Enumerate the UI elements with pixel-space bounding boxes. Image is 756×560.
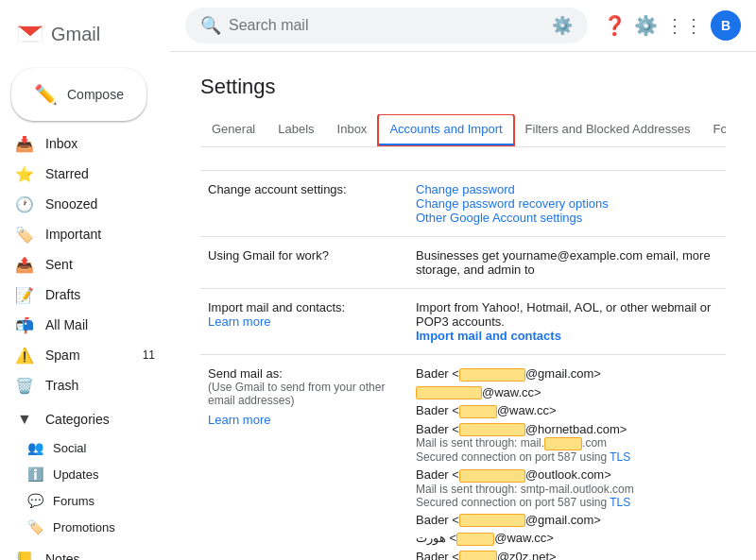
compose-button[interactable]: ✏️ Compose	[11, 68, 146, 121]
tab-accounts[interactable]: Accounts and Import	[378, 114, 513, 146]
row-gmail-work: Using Gmail for work? Businesses get you…	[200, 237, 726, 289]
snoozed-icon: 🕐	[15, 195, 34, 213]
email-row-2: Bader <@waw.cc>	[416, 403, 718, 418]
sidebar-item-important[interactable]: 🏷️ Important	[0, 219, 170, 249]
row-send-mail-as: Send mail as: (Use Gmail to send from yo…	[200, 355, 726, 561]
settings-icon[interactable]: ⚙️	[634, 14, 658, 37]
row-import-mail: Import mail and contacts: Learn more Imp…	[200, 289, 726, 355]
help-icon[interactable]: ❓	[603, 14, 627, 37]
send-mail-as-label: Send mail as: (Use Gmail to send from yo…	[200, 355, 408, 561]
forums-icon: 💬	[26, 493, 43, 508]
sidebar-item-notes[interactable]: 📒 Notes	[0, 544, 170, 560]
gmail-work-label: Using Gmail for work?	[200, 237, 408, 289]
tab-forwarding[interactable]: Forwarding and POP/IMAP	[701, 114, 726, 146]
avatar[interactable]: B	[711, 10, 741, 41]
search-tune-icon[interactable]: ⚙️	[552, 15, 573, 36]
redacted-email-4	[459, 469, 525, 483]
updates-icon: ℹ️	[26, 467, 43, 482]
starred-icon: ⭐	[15, 165, 34, 183]
tab-inbox[interactable]: Inbox	[326, 114, 379, 146]
sidebar-item-sent[interactable]: 📤 Sent	[0, 249, 170, 280]
inbox-icon: 📥	[15, 135, 34, 153]
gmail-logo-icon	[15, 19, 45, 49]
change-password-recovery-link[interactable]: Change password recovery options	[416, 196, 609, 211]
email-row-5: Bader <@gmail.com>	[416, 513, 718, 528]
important-icon: 🏷️	[15, 226, 34, 244]
tab-labels[interactable]: Labels	[266, 114, 325, 146]
search-icon: 🔍	[200, 15, 221, 36]
email-row-4: Bader <@outlook.com> Mail is sent throug…	[416, 467, 718, 509]
redacted-email-5	[459, 514, 525, 527]
sidebar-item-snoozed[interactable]: 🕐 Snoozed	[0, 189, 170, 219]
redacted-email-7	[459, 551, 497, 560]
email-row-1: @waw.cc>	[416, 385, 718, 400]
search-bar: 🔍 ⚙️	[185, 8, 588, 43]
sidebar-item-starred[interactable]: ⭐ Starred	[0, 159, 170, 189]
sidebar-categories-header[interactable]: ▼ Categories	[0, 404, 170, 434]
sidebar-item-forums[interactable]: 💬 Forums	[0, 487, 170, 514]
spam-icon: ⚠️	[15, 347, 34, 365]
send-mail-as-content: Bader <@gmail.com> @waw.cc> Bader <@waw.…	[408, 355, 726, 561]
sent-icon: 📤	[15, 256, 34, 274]
send-mail-learn-more-link[interactable]: Learn more	[208, 413, 270, 427]
settings-tabs: General Labels Inbox Accounts and Import…	[200, 114, 726, 147]
trash-icon: 🗑️	[15, 377, 34, 395]
sidebar-item-inbox[interactable]: 📥 Inbox	[0, 128, 170, 159]
redacted-email-2	[459, 405, 497, 418]
search-input[interactable]	[229, 17, 544, 34]
notes-icon: 📒	[15, 551, 34, 561]
email-row-0: Bader <@gmail.com>	[416, 366, 718, 382]
sidebar-item-drafts[interactable]: 📝 Drafts	[0, 280, 170, 310]
email-row-7: Bader <@z0z.net>	[416, 550, 718, 560]
spam-badge: 11	[143, 348, 155, 362]
import-mail-content: Import from Yahoo!, Hotmail, AOL, or oth…	[408, 289, 726, 355]
redacted-email-0	[459, 368, 525, 382]
redacted-email-3	[459, 423, 525, 436]
tab-general[interactable]: General	[200, 114, 266, 146]
sidebar-item-promotions[interactable]: 🏷️ Promotions	[0, 514, 170, 540]
change-account-content: Change password Change password recovery…	[408, 171, 726, 237]
compose-icon: ✏️	[34, 83, 58, 106]
google-account-settings-link[interactable]: Other Google Account settings	[416, 211, 582, 225]
redacted-email-1	[416, 386, 482, 399]
grid-icon[interactable]: ⋮⋮	[665, 14, 703, 37]
tls-link-1[interactable]: TLS	[610, 450, 630, 464]
row-change-account: Change account settings: Change password…	[200, 171, 726, 237]
promotions-icon: 🏷️	[26, 519, 43, 535]
redacted-email-6	[456, 533, 494, 546]
change-account-label: Change account settings:	[200, 171, 408, 237]
change-password-link[interactable]: Change password	[416, 182, 515, 196]
page-title: Settings	[200, 75, 726, 99]
sidebar-item-trash[interactable]: 🗑️ Trash	[0, 370, 170, 400]
import-mail-contacts-link[interactable]: Import mail and contacts	[416, 329, 561, 343]
sidebar-item-all-mail[interactable]: 📬 All Mail	[0, 310, 170, 340]
import-learn-more-link[interactable]: Learn more	[208, 314, 270, 329]
gmail-work-content: Businesses get yourname@example.com emai…	[408, 237, 726, 289]
sidebar-item-spam[interactable]: ⚠️ Spam 11	[0, 340, 170, 370]
email-row-6: هورت <@waw.cc>	[416, 531, 718, 546]
drafts-icon: 📝	[15, 286, 34, 304]
tab-filters[interactable]: Filters and Blocked Addresses	[514, 114, 702, 146]
sidebar-item-social[interactable]: 👥 Social	[0, 434, 170, 461]
redacted-mail-domain	[544, 437, 582, 450]
settings-table: Change account settings: Change password…	[200, 170, 726, 560]
sidebar-item-updates[interactable]: ℹ️ Updates	[0, 461, 170, 487]
all-mail-icon: 📬	[15, 316, 34, 334]
social-icon: 👥	[26, 440, 43, 455]
email-row-3: Bader <@hornetbad.com> Mail is sent thro…	[416, 422, 718, 464]
import-mail-label: Import mail and contacts: Learn more	[200, 289, 408, 355]
app-name: Gmail	[51, 24, 100, 45]
tls-link-2[interactable]: TLS	[610, 496, 630, 509]
categories-icon: ▼	[15, 411, 34, 428]
